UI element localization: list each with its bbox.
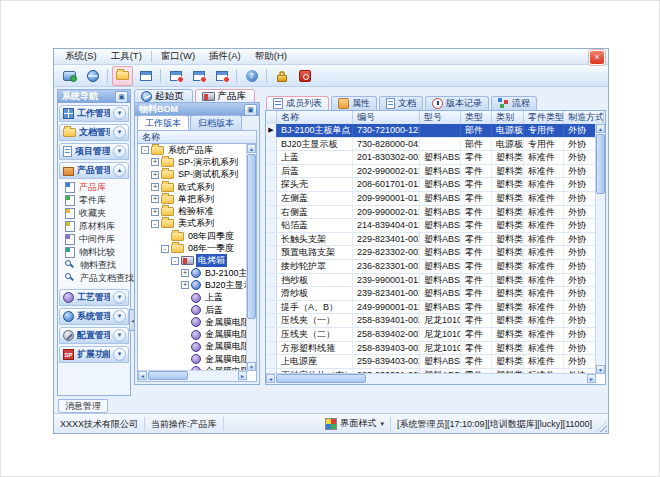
scroll-right-icon[interactable]: ►: [238, 371, 247, 380]
tree-hscroll-thumb[interactable]: [148, 371, 188, 380]
tree-node[interactable]: 后盖: [138, 304, 247, 316]
open-folder-button[interactable]: [112, 66, 133, 86]
expand-icon[interactable]: +: [181, 281, 189, 289]
expand-icon[interactable]: +: [151, 208, 159, 216]
tree-node[interactable]: -08年一季度: [138, 242, 247, 254]
table-row[interactable]: BJ20主显示板730-828000-04X部件电源板专用件外协颗: [266, 138, 596, 152]
tree-horizontal-scrollbar[interactable]: ◄ ►: [138, 370, 247, 381]
bom-panel-menu-button[interactable]: ▣: [244, 104, 257, 116]
tree-node[interactable]: +SP-测试机系列: [138, 169, 247, 181]
menu-window[interactable]: 窗口(W): [154, 49, 202, 64]
nav-item-material-search[interactable]: 物料查找: [58, 259, 130, 272]
nav-item-raw-material-library[interactable]: 原材料库: [58, 220, 130, 233]
scroll-down-icon[interactable]: ▼: [596, 365, 605, 374]
tab-workflow[interactable]: 流程: [491, 96, 537, 110]
column-header-5[interactable]: 类别: [492, 111, 524, 124]
chevron-up-icon[interactable]: ▴: [113, 164, 126, 177]
expand-icon[interactable]: +: [151, 158, 159, 166]
close-all-windows-button[interactable]: [188, 66, 209, 86]
chevron-down-icon[interactable]: ▾: [113, 126, 126, 139]
table-row[interactable]: 右侧盖209-990002-01X塑料ABS零件塑料类标准件外协条: [266, 206, 596, 220]
table-hscroll-thumb[interactable]: [276, 374, 366, 383]
nav-item-intermediate-library[interactable]: 中间件库: [58, 233, 130, 246]
globe-button[interactable]: [82, 66, 103, 86]
expand-icon[interactable]: +: [151, 195, 159, 203]
table-row[interactable]: 铝箔盖214-839404-01X塑料ABS零件塑料类标准件外协条: [266, 219, 596, 233]
scroll-left-icon[interactable]: ◄: [266, 374, 275, 383]
tree-node[interactable]: +BJ20主显示板: [138, 279, 247, 291]
tree-node[interactable]: 金属膜电阻器: [138, 328, 247, 340]
collapse-icon[interactable]: -: [161, 245, 169, 253]
table-row[interactable]: 挡纱板239-990001-01X塑料ABS零件塑料类标准件外协条: [266, 274, 596, 288]
scroll-up-icon[interactable]: ▲: [596, 124, 605, 133]
chevron-down-icon[interactable]: ▾: [113, 329, 126, 342]
section-system-mgmt[interactable]: 系统管理▾: [59, 308, 129, 325]
ui-style-button[interactable]: 界面样式 ▼: [320, 417, 390, 431]
workspace-screen-button[interactable]: [59, 66, 80, 86]
section-doc-mgmt[interactable]: 文档管理▾: [59, 124, 129, 141]
section-work-mgmt[interactable]: 工作管理▾: [59, 105, 129, 122]
section-extend-func[interactable]: 扩展功能▾: [59, 346, 129, 363]
scroll-up-icon[interactable]: ▲: [247, 144, 256, 153]
column-header-1[interactable]: 名称: [277, 111, 353, 124]
close-window-button[interactable]: [165, 66, 186, 86]
tab-archived-version[interactable]: 归档版本: [190, 115, 242, 131]
tab-properties[interactable]: 属性: [331, 96, 377, 110]
expand-icon[interactable]: +: [181, 269, 189, 277]
tab-member-list[interactable]: 成员列表: [266, 96, 329, 110]
tree-node[interactable]: +BJ-2100主板单点: [138, 267, 247, 279]
menu-tools[interactable]: 工具(T): [104, 49, 149, 64]
table-row[interactable]: 提手（A、B）249-990001-01X塑料ABS零件塑料类标准件外协条: [266, 301, 596, 315]
collapse-icon[interactable]: -: [141, 146, 149, 154]
column-header-3[interactable]: 型号: [420, 111, 461, 124]
table-row[interactable]: 滑纱板239-823401-00X塑料ABS零件塑料类标准件外协条: [266, 287, 596, 301]
table-vertical-scrollbar[interactable]: ▲ ▼: [595, 124, 605, 374]
table-row[interactable]: 长触头支架229-823401-00X塑料ABS零件塑料类标准件外协条: [266, 233, 596, 247]
table-row[interactable]: 压线夹（一）258-839401-00X尼龙1010零件塑料类标准件外协条: [266, 314, 596, 328]
tree-node[interactable]: 08年四季度: [138, 230, 247, 242]
nav-item-material-compare[interactable]: 物料比较: [58, 246, 130, 259]
tree-node[interactable]: -系统产品库: [138, 144, 247, 156]
message-tab[interactable]: 消息管理: [58, 399, 108, 413]
chevron-down-icon[interactable]: ▾: [113, 145, 126, 158]
help-button[interactable]: [241, 66, 262, 86]
tree-vertical-scrollbar[interactable]: ▲ ▼: [246, 144, 256, 371]
window-panel-button[interactable]: [135, 66, 156, 86]
chevron-down-icon[interactable]: ▾: [113, 107, 126, 120]
tree-node[interactable]: 上盖: [138, 292, 247, 304]
chevron-down-icon[interactable]: ▾: [113, 310, 126, 323]
expand-icon[interactable]: +: [151, 183, 159, 191]
nav-item-product-library[interactable]: 产品库: [58, 181, 130, 194]
tab-working-version[interactable]: 工作版本: [137, 115, 189, 131]
chevron-down-icon[interactable]: ▾: [113, 291, 126, 304]
tree-node[interactable]: +SP-演示机系列: [138, 156, 247, 168]
nav-item-part-library[interactable]: 零件库: [58, 194, 130, 207]
table-row[interactable]: 上电源座259-839403-00X塑料ABS零件塑料类标准件外协条: [266, 355, 596, 369]
logout-power-button[interactable]: [294, 66, 315, 86]
tree-node[interactable]: +检验标准: [138, 205, 247, 217]
table-row[interactable]: 探头壳208-601701-01X塑料ABS零件塑料类标准件外协条: [266, 178, 596, 192]
chevron-down-icon[interactable]: ▾: [113, 348, 126, 361]
tree-node[interactable]: 金属膜电阻器: [138, 316, 247, 328]
nav-collapse-button[interactable]: ▣: [115, 91, 128, 103]
tree-node[interactable]: +欧式系列: [138, 181, 247, 193]
close-tab-button[interactable]: ×: [589, 50, 605, 65]
section-config-mgmt[interactable]: 配置管理▾: [59, 327, 129, 344]
table-row[interactable]: 后盖202-990002-01X塑料ABS零件塑料类标准件外协条: [266, 165, 596, 179]
column-header-2[interactable]: 编号: [353, 111, 420, 124]
table-horizontal-scrollbar[interactable]: ◄ ►: [266, 373, 596, 384]
collapse-icon[interactable]: -: [171, 257, 179, 265]
nav-item-product-doc-search[interactable]: 产品文档查找: [58, 272, 130, 285]
close-other-windows-button[interactable]: [211, 66, 232, 86]
table-row[interactable]: 方形塑料线箍258-839403-00X尼龙1010零件塑料类标准件外协条: [266, 342, 596, 356]
column-header-6[interactable]: 零件类型: [524, 111, 564, 124]
column-header-4[interactable]: 类型: [461, 111, 492, 124]
section-craft-mgmt[interactable]: 工艺管理▾: [59, 289, 129, 306]
table-row[interactable]: 上盖201-830302-00X塑料ABS零件塑料类标准件外协条: [266, 151, 596, 165]
tree-node[interactable]: 金属膜电阻器: [138, 353, 247, 365]
tree-node[interactable]: -电烤箱: [138, 255, 247, 267]
lock-button[interactable]: [271, 66, 292, 86]
menu-system[interactable]: 系统(S): [58, 49, 104, 64]
table-row[interactable]: 左侧盖209-990001-01X塑料ABS零件塑料类标准件外协条: [266, 192, 596, 206]
tab-version-history[interactable]: 版本记录: [425, 96, 489, 110]
